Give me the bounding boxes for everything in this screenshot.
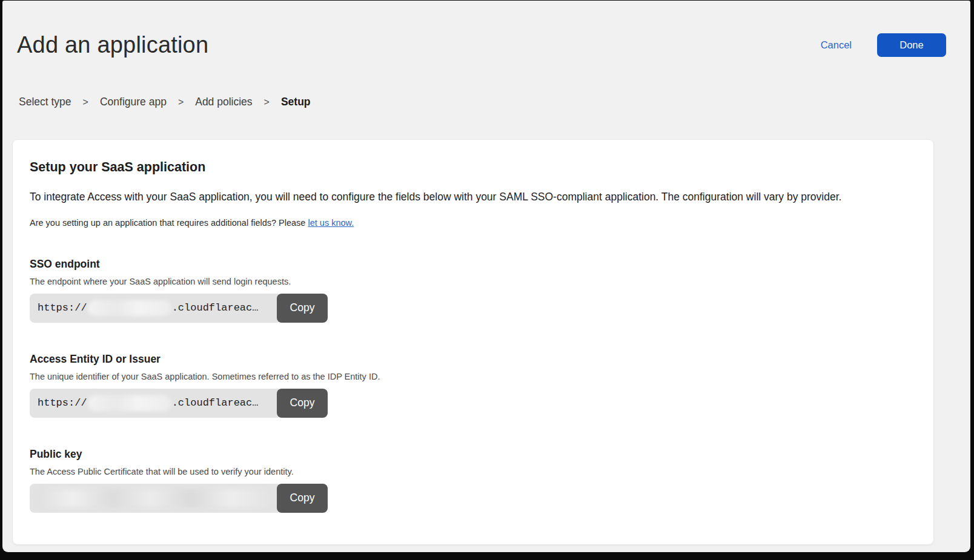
field-description: The Access Public Certificate that will …: [30, 467, 915, 476]
field-sso-endpoint: SSO endpoint The endpoint where your Saa…: [30, 258, 915, 323]
card-note-text: Are you setting up an application that r…: [30, 218, 305, 228]
breadcrumb-step-setup: Setup: [281, 96, 311, 108]
field-label: Access Entity ID or Issuer: [30, 353, 915, 366]
field-value-row: https:// .cloudflareac… Copy: [30, 389, 328, 418]
value-suffix: .cloudflareac…: [172, 397, 259, 409]
copy-sso-endpoint-button[interactable]: Copy: [277, 294, 328, 323]
page-title: Add an application: [17, 32, 208, 58]
breadcrumb-separator-icon: >: [178, 97, 184, 108]
setup-card: Setup your SaaS application To integrate…: [12, 139, 934, 545]
field-description: The endpoint where your SaaS application…: [30, 277, 915, 286]
cancel-button[interactable]: Cancel: [821, 39, 852, 51]
card-intro-text: To integrate Access with your SaaS appli…: [30, 190, 915, 205]
card-note: Are you setting up an application that r…: [30, 218, 915, 228]
breadcrumb-step-select-type[interactable]: Select type: [19, 96, 71, 108]
sso-endpoint-value: https:// .cloudflareac…: [30, 294, 282, 323]
field-public-key: Public key The Access Public Certificate…: [30, 448, 915, 513]
breadcrumb-step-configure-app[interactable]: Configure app: [100, 96, 167, 108]
breadcrumb-separator-icon: >: [83, 97, 88, 108]
field-label: Public key: [30, 448, 915, 461]
copy-public-key-button[interactable]: Copy: [277, 484, 328, 513]
card-heading: Setup your SaaS application: [30, 160, 915, 175]
breadcrumb-step-add-policies[interactable]: Add policies: [195, 96, 252, 108]
field-value-row: Copy: [30, 484, 328, 513]
done-button[interactable]: Done: [877, 33, 946, 57]
redacted-value: [38, 489, 273, 507]
header-actions: Cancel Done: [821, 33, 946, 57]
public-key-value: [30, 484, 282, 513]
field-access-entity-id: Access Entity ID or Issuer The unique id…: [30, 353, 915, 418]
field-value-row: https:// .cloudflareac… Copy: [30, 294, 328, 323]
access-entity-id-value: https:// .cloudflareac…: [30, 389, 282, 418]
let-us-know-link[interactable]: let us know.: [308, 218, 354, 228]
value-prefix: https://: [38, 397, 87, 409]
breadcrumb: Select type > Configure app > Add polici…: [2, 58, 970, 108]
field-description: The unique identifier of your SaaS appli…: [30, 372, 915, 381]
add-application-page: Add an application Cancel Done Select ty…: [2, 1, 970, 552]
value-prefix: https://: [38, 302, 87, 314]
page-header: Add an application Cancel Done: [2, 1, 970, 58]
redacted-value: [88, 395, 171, 411]
breadcrumb-separator-icon: >: [264, 97, 270, 108]
redacted-value: [88, 300, 171, 316]
value-suffix: .cloudflareac…: [172, 302, 259, 314]
field-label: SSO endpoint: [30, 258, 915, 271]
copy-access-entity-id-button[interactable]: Copy: [277, 389, 328, 418]
